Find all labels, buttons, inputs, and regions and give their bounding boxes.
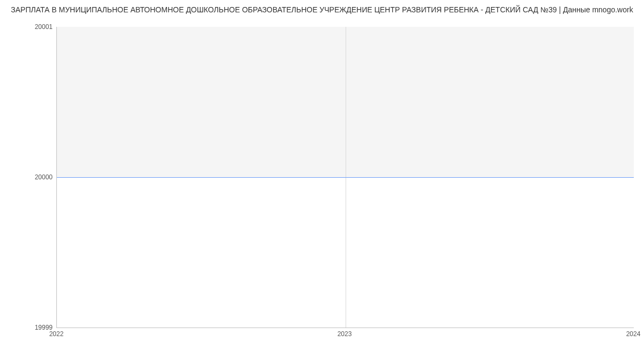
chart-container: ЗАРПЛАТА В МУНИЦИПАЛЬНОЕ АВТОНОМНОЕ ДОШК… [0,0,644,349]
y-tick-label: 20000 [4,173,53,181]
y-tick-label: 20001 [4,23,53,31]
chart-title: ЗАРПЛАТА В МУНИЦИПАЛЬНОЕ АВТОНОМНОЕ ДОШК… [0,5,644,14]
plot-area [56,27,634,328]
x-tick-label: 2024 [626,330,641,338]
y-tick-label: 19999 [4,324,53,331]
series-line [57,177,634,178]
x-tick-label: 2023 [338,330,352,338]
x-tick-label: 2022 [49,330,64,338]
